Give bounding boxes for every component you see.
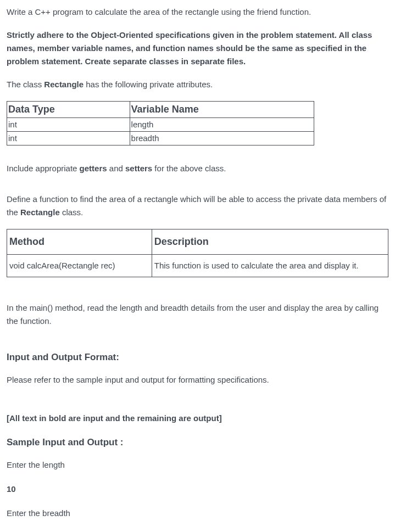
attr-cell-type: int <box>7 131 130 145</box>
df-suffix: class. <box>60 208 84 217</box>
df-bold: Rectangle <box>20 208 60 217</box>
sample-line: Enter the breadth <box>7 507 388 520</box>
define-function-line: Define a function to find the area of a … <box>7 193 388 219</box>
methods-table: Method Description void calcArea(Rectang… <box>7 229 388 277</box>
sample-heading: Sample Input and Output : <box>7 435 388 450</box>
gs-suffix: for the above class. <box>152 164 226 173</box>
method-cell-desc: This function is used to calculate the a… <box>152 254 388 277</box>
intro-line-1: Write a C++ program to calculate the are… <box>7 5 388 19</box>
attr-cell-type: int <box>7 117 130 131</box>
getters-setters-line: Include appropriate getters and setters … <box>7 162 388 175</box>
method-cell-method: void calcArea(Rectangle rec) <box>7 254 152 277</box>
main-method-text: In the main() method, read the length an… <box>7 301 388 328</box>
bold-note: [All text in bold are input and the rema… <box>7 412 388 425</box>
attributes-table: Data Type Variable Name int length int b… <box>7 101 314 145</box>
attr-header-varname: Variable Name <box>130 102 314 118</box>
sample-line: Enter the length <box>7 458 388 472</box>
gs-bold1: getters <box>80 164 107 173</box>
table-row: void calcArea(Rectangle rec) This functi… <box>7 254 388 277</box>
attr-cell-name: length <box>130 117 314 131</box>
intro-line-3-bold: Rectangle <box>44 80 84 89</box>
attr-cell-name: breadth <box>130 131 314 145</box>
table-row: int breadth <box>7 131 314 145</box>
gs-mid: and <box>107 164 125 173</box>
intro-line-3-prefix: The class <box>7 80 44 89</box>
io-format-heading: Input and Output Format: <box>7 350 388 365</box>
table-header-row: Data Type Variable Name <box>7 102 314 118</box>
method-header-desc: Description <box>152 229 388 254</box>
intro-line-3-suffix: has the following private attributes. <box>84 80 213 89</box>
sample-line: 10 <box>7 483 388 496</box>
intro-line-3: The class Rectangle has the following pr… <box>7 78 388 91</box>
table-header-row: Method Description <box>7 229 388 254</box>
attr-header-datatype: Data Type <box>7 102 130 118</box>
intro-line-2: Strictly adhere to the Object-Oriented s… <box>7 29 388 68</box>
gs-bold2: setters <box>125 164 152 173</box>
table-row: int length <box>7 117 314 131</box>
io-format-text: Please refer to the sample input and out… <box>7 373 388 387</box>
gs-prefix: Include appropriate <box>7 164 80 173</box>
method-header-method: Method <box>7 229 152 254</box>
